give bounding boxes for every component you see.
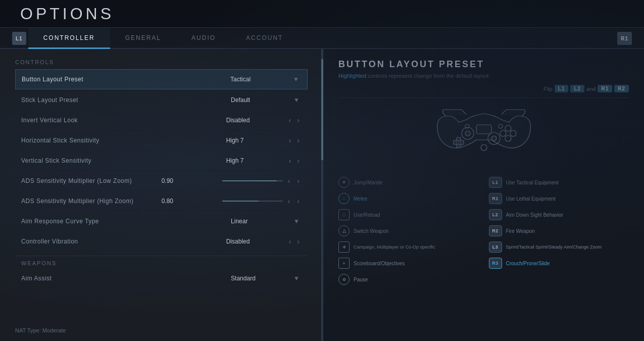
btn-row-r2: R2 Fire Weapon: [489, 224, 629, 238]
ads-high-slider[interactable]: [222, 201, 283, 202]
r3-icon: R3: [489, 258, 502, 269]
setting-controls-ads-high: ‹ ›: [222, 197, 302, 206]
weapons-section-label: Weapons: [15, 260, 308, 266]
scrollbar[interactable]: [321, 49, 323, 341]
pause-action: Pause: [354, 277, 368, 282]
svg-rect-10: [476, 125, 491, 134]
flip-label: Flip: [543, 86, 553, 92]
ads-low-slider[interactable]: [222, 180, 283, 181]
l3-action: Sprint/Tactical Sprint/Steady Aim/Change…: [506, 245, 602, 250]
tab-general[interactable]: GENERAL: [110, 28, 176, 49]
button-layout-dropdown[interactable]: ▼: [291, 75, 301, 84]
l1-action: Use Tactical Equipment: [506, 180, 559, 185]
horiz-arrow-left[interactable]: ‹: [287, 136, 293, 145]
r3-action: Crouch/Prone/Slide: [506, 261, 550, 266]
ads-low-arrow-left[interactable]: ‹: [286, 176, 292, 185]
btn-row-circle: ○ Melee: [338, 191, 479, 206]
ads-low-arrow-right[interactable]: ›: [295, 176, 302, 185]
setting-aim-curve[interactable]: Aim Response Curve Type Linear ▼: [15, 211, 308, 231]
setting-aim-assist[interactable]: Aim Assist Standard ▼: [15, 268, 308, 288]
btn-row-menu: ≡ Scoreboard/Objectives: [338, 256, 479, 270]
flip-l2-badge: L2: [570, 85, 584, 92]
setting-controls-horiz: ‹ ›: [287, 136, 302, 145]
vert-arrow-left[interactable]: ‹: [287, 156, 293, 165]
r2-action: Fire Weapon: [506, 228, 535, 234]
stick-layout-dropdown[interactable]: ▼: [291, 95, 302, 105]
horiz-arrow-right[interactable]: ›: [295, 136, 302, 145]
ads-high-arrow-left[interactable]: ‹: [286, 197, 292, 206]
tab-l1-button[interactable]: L1: [12, 32, 26, 45]
setting-name-button-layout: Button Layout Preset: [22, 76, 230, 83]
setting-stick-layout[interactable]: Stick Layout Preset Default ▼: [15, 90, 308, 110]
setting-ads-high[interactable]: ADS Sensitivity Multiplier (High Zoom) 0…: [15, 191, 308, 211]
setting-value-invert: Disabled: [226, 117, 287, 124]
r1-action: Use Lethal Equipment: [506, 196, 556, 202]
right-panel: BUTTON LAYOUT PRESET Highlighted control…: [323, 49, 644, 341]
page-title: OPTIONS: [20, 5, 114, 23]
section-divider: [15, 256, 308, 256]
btn-row-l2: L2 Aim Down Sight Behavior: [489, 208, 629, 222]
btn-row-l1: L1 Use Tactical Equipment: [489, 175, 629, 189]
svg-point-1: [465, 131, 470, 136]
square-action: Use/Reload: [354, 212, 380, 218]
invert-arrow-left[interactable]: ‹: [287, 116, 293, 125]
scroll-thumb[interactable]: [321, 59, 323, 160]
main-content: Controls Button Layout Preset Tactical ▼…: [0, 49, 644, 341]
vibration-arrow-left[interactable]: ‹: [287, 237, 293, 246]
tab-account[interactable]: ACCOUNT: [231, 28, 298, 49]
aim-curve-dropdown[interactable]: ▼: [291, 217, 302, 226]
setting-vibration[interactable]: Controller Vibration Disabled ‹ ›: [15, 231, 308, 252]
setting-invert-vertical[interactable]: Invert Vertical Look Disabled ‹ ›: [15, 110, 308, 130]
setting-vert-sensitivity[interactable]: Vertical Stick Sensitivity High 7 ‹ ›: [15, 151, 308, 171]
setting-button-layout-preset[interactable]: Button Layout Preset Tactical ▼: [15, 69, 308, 89]
aim-assist-dropdown[interactable]: ▼: [291, 274, 302, 283]
l3-icon: L3: [489, 241, 502, 253]
tab-r1-button[interactable]: R1: [617, 32, 632, 45]
btn-row-r3: R3 Crouch/Prone/Slide: [489, 256, 629, 270]
setting-name-vibration: Controller Vibration: [21, 238, 226, 245]
pause-icon: ⊙: [338, 274, 350, 285]
setting-name-vert: Vertical Stick Sensitivity: [21, 157, 226, 164]
btn-row-square: □ Use/Reload: [338, 208, 479, 222]
cross-action: Jump/Mantle: [354, 180, 382, 185]
vert-arrow-right[interactable]: ›: [295, 156, 302, 165]
svg-point-3: [491, 136, 497, 141]
svg-rect-5: [454, 140, 464, 144]
flip-r2-badge: R2: [614, 85, 629, 92]
triangle-icon: △: [338, 225, 350, 236]
dpad-action: Campaign, Multiplayer or Co-Op specific: [354, 245, 435, 250]
btn-row-cross: ✕ Jump/Mantle: [338, 175, 479, 189]
r2-icon: R2: [489, 225, 502, 236]
triangle-action: Switch Weapon: [354, 228, 388, 234]
highlighted-word: Highlighted: [338, 73, 366, 79]
preset-title: BUTTON LAYOUT PRESET: [338, 59, 629, 70]
setting-value-stick-layout: Default: [231, 96, 291, 104]
setting-horiz-sensitivity[interactable]: Horizontal Stick Sensitivity High 7 ‹ ›: [15, 130, 308, 151]
setting-controls-button-layout: ▼: [291, 75, 301, 84]
setting-controls-aim-assist: ▼: [291, 274, 302, 283]
btn-row-dpad: ✛ Campaign, Multiplayer or Co-Op specifi…: [338, 240, 479, 254]
setting-value-ads-high: 0.80: [162, 198, 222, 205]
preset-divider: [338, 98, 629, 98]
setting-value-horiz: High 7: [226, 137, 287, 144]
invert-arrow-right[interactable]: ›: [295, 116, 302, 125]
tab-bar: L1 CONTROLLER GENERAL AUDIO ACCOUNT R1: [0, 28, 644, 49]
setting-ads-low[interactable]: ADS Sensitivity Multiplier (Low Zoom) 0.…: [15, 171, 308, 191]
setting-name-stick-layout: Stick Layout Preset: [21, 96, 231, 104]
controller-area: [338, 102, 629, 168]
vibration-arrow-right[interactable]: ›: [295, 237, 302, 246]
controls-section-label: Controls: [15, 59, 308, 65]
l1-icon: L1: [489, 177, 502, 188]
tab-controller[interactable]: CONTROLLER: [28, 28, 110, 49]
setting-name-horiz: Horizontal Stick Sensitivity: [21, 137, 226, 144]
square-icon: □: [338, 209, 350, 220]
menu-action: Scoreboard/Objectives: [354, 261, 405, 266]
cross-icon: ✕: [338, 177, 350, 188]
menu-icon: ≡: [338, 258, 350, 269]
subtitle-text: controls represent change from the defau…: [368, 73, 490, 79]
svg-point-13: [481, 144, 487, 151]
tab-audio[interactable]: AUDIO: [176, 28, 231, 49]
btn-row-triangle: △ Switch Weapon: [338, 224, 479, 238]
ads-high-arrow-right[interactable]: ›: [295, 197, 302, 206]
setting-value-aim-curve: Linear: [231, 218, 291, 225]
